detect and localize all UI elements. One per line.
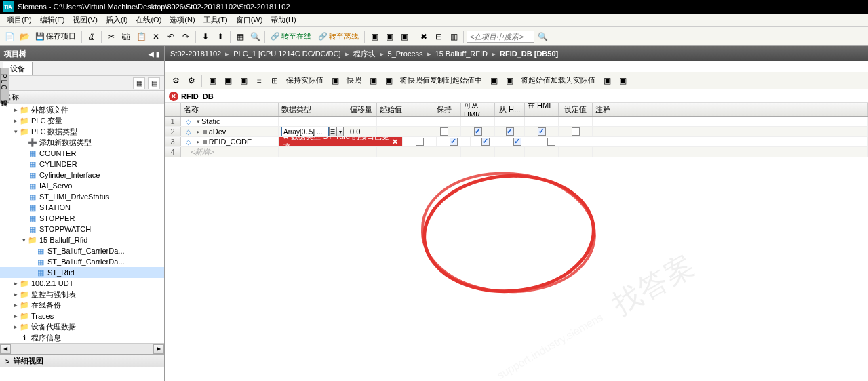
col-hmiin[interactable]: 可从 HMI/... (461, 103, 495, 116)
db-tb-7[interactable]: ⊞ (268, 74, 281, 87)
tree-item[interactable]: ▸📁100.2.1 UDT (0, 278, 164, 289)
tb-icon-2[interactable]: ▣ (382, 30, 396, 43)
expand-icon[interactable]: ▸ (12, 323, 19, 330)
tree-item[interactable]: ℹ程序信息 (0, 332, 164, 343)
col-keep[interactable]: 保持 (427, 103, 461, 116)
bc-blocks[interactable]: 程序块 (353, 49, 376, 59)
expand-icon[interactable]: ▸ (12, 106, 19, 113)
col-start[interactable]: 起始值 (377, 103, 427, 116)
delete-icon[interactable]: ✕ (149, 30, 163, 43)
undo-icon[interactable]: ↶ (164, 30, 178, 43)
row-expand-icon[interactable]: ▸ (195, 138, 201, 145)
tree-item[interactable]: ▦STOPPER (0, 213, 164, 224)
tree-item[interactable]: ▦IAI_Servo (0, 180, 164, 191)
checkbox[interactable] (547, 138, 555, 146)
expand-icon[interactable]: ▸ (12, 313, 19, 319)
expand-icon[interactable]: ▾ (12, 128, 19, 135)
project-tree[interactable]: ▸📁外部源文件▸📁PLC 变量▾📁PLC 数据类型➕添加新数据类型▦COUNTE… (0, 104, 164, 343)
layout-icon[interactable]: ⊟ (432, 30, 446, 43)
tree-item[interactable]: ▸📁Traces (0, 310, 164, 321)
type-dropdown-icon[interactable]: ▾ (336, 127, 344, 136)
tree-item[interactable]: ➕添加新数据类型 (0, 137, 164, 148)
search-tb-icon[interactable]: 🔍 (248, 30, 262, 43)
tree-item[interactable]: ▸📁在线备份 (0, 300, 164, 310)
print-icon[interactable]: 🖨 (85, 30, 98, 43)
upload-icon[interactable]: ⬆ (214, 30, 227, 43)
menu-edit[interactable]: 编辑(E) (36, 14, 69, 26)
expand-icon[interactable]: ▸ (12, 117, 19, 124)
tree-expand-icon[interactable]: ▤ (148, 77, 160, 89)
row-expand-icon[interactable]: ▸ (195, 128, 201, 135)
compile-icon[interactable]: ▦ (233, 30, 247, 43)
window-icon[interactable]: ▥ (447, 30, 460, 43)
bc-process[interactable]: 5_Process (388, 49, 423, 58)
tree-item[interactable]: ▦ST_Balluff_CarrierDa... (0, 256, 164, 267)
redo-icon[interactable]: ↷ (179, 30, 193, 43)
table-row[interactable]: 4<新增> (165, 147, 868, 157)
tree-item[interactable]: ▦CYLINDER (0, 159, 164, 169)
menu-view[interactable]: 视图(V) (68, 14, 102, 26)
tb-icon-3[interactable]: ▣ (397, 30, 411, 43)
tree-item[interactable]: ▦ST_HMI_DriveStatus (0, 191, 164, 202)
tree-item[interactable]: ▦Cylinder_Interface (0, 169, 164, 180)
scroll-right-icon[interactable]: ▶ (153, 344, 164, 354)
go-offline-button[interactable]: 🔗 转至离线 (315, 30, 361, 43)
load-start-button[interactable]: 将起始值加载为实际值 (518, 74, 598, 87)
db-tb-10[interactable]: ▣ (382, 74, 395, 87)
new-project-icon[interactable]: 📄 (3, 30, 16, 43)
tree-item[interactable]: ▸📁PLC 变量 (0, 115, 164, 126)
open-project-icon[interactable]: 📂 (18, 30, 31, 43)
cut-icon[interactable]: ✂ (104, 30, 118, 43)
checkbox[interactable] (416, 138, 424, 146)
tree-hscroll[interactable]: ◀ ▶ (0, 343, 164, 354)
col-offset[interactable]: 偏移量 (347, 103, 377, 116)
detail-view-header[interactable]: > 详细视图 (0, 354, 164, 367)
scroll-left-icon[interactable]: ◀ (0, 344, 11, 354)
checkbox[interactable] (481, 138, 490, 146)
tree-item[interactable]: ▾📁15 Balluff_Rfid (0, 235, 164, 245)
row-expand-icon[interactable]: ▾ (195, 118, 201, 125)
tree-item[interactable]: ▦ST_Rfid (0, 267, 164, 278)
db-tb-8[interactable]: ▣ (328, 74, 342, 87)
col-hmi[interactable]: 从 H... (495, 103, 525, 116)
db-tb-6[interactable]: ≡ (252, 74, 266, 87)
keep-actual-button[interactable]: 保持实际值 (283, 74, 326, 87)
collapse-panel-icon[interactable]: ◀ ▮ (149, 50, 160, 58)
data-grid[interactable]: 1◇▾Static2◇▸■aDev☰▾0.03◇▸■RFID_CODE✖ 数据类… (165, 117, 868, 381)
paste-icon[interactable]: 📋 (134, 30, 148, 43)
checkbox[interactable] (506, 127, 514, 136)
expand-icon[interactable]: ▸ (12, 291, 19, 298)
expand-icon[interactable]: ▾ (20, 237, 27, 243)
bc-db[interactable]: RFID_DB [DB50] (500, 49, 558, 58)
col-hmivis[interactable]: 在 HMI ... (525, 103, 559, 116)
tree-item[interactable]: ▸📁外部源文件 (0, 104, 164, 115)
col-type[interactable]: 数据类型 (279, 103, 347, 116)
checkbox[interactable] (572, 127, 580, 136)
tree-item[interactable]: ▸📁设备代理数据 (0, 321, 164, 332)
expand-icon[interactable]: ▸ (12, 280, 19, 287)
db-tb-9[interactable]: ▣ (366, 74, 380, 87)
table-row[interactable]: 1◇▾Static (165, 117, 868, 127)
tree-view-icon[interactable]: ▦ (133, 77, 145, 89)
type-input[interactable] (281, 127, 329, 136)
checkbox[interactable] (450, 138, 458, 146)
type-list-icon[interactable]: ☰ (329, 127, 336, 136)
menu-insert[interactable]: 插入(I) (102, 14, 132, 26)
copy-icon[interactable]: ⿻ (119, 30, 133, 43)
tree-item[interactable]: ▦COUNTER (0, 148, 164, 159)
checkbox[interactable] (538, 127, 546, 136)
menu-window[interactable]: 窗口(W) (232, 14, 267, 26)
db-tb-3[interactable]: ▣ (205, 74, 219, 87)
menu-project[interactable]: 项目(P) (3, 14, 36, 26)
bc-plc[interactable]: PLC_1 [CPU 1214C DC/DC/DC] (233, 49, 340, 58)
db-tb-1[interactable]: ⚙ (169, 74, 182, 87)
menu-options[interactable]: 选项(N) (165, 14, 199, 26)
close-error-icon[interactable]: ✕ (392, 138, 398, 146)
db-tb-12[interactable]: ▣ (502, 74, 516, 87)
search-go-icon[interactable]: 🔍 (536, 30, 549, 43)
db-tb-4[interactable]: ▣ (221, 74, 235, 87)
bc-project[interactable]: St02-20181102 (170, 49, 221, 58)
checkbox[interactable] (513, 138, 521, 146)
tree-item[interactable]: ▾📁PLC 数据类型 (0, 126, 164, 137)
checkbox[interactable] (440, 127, 448, 136)
